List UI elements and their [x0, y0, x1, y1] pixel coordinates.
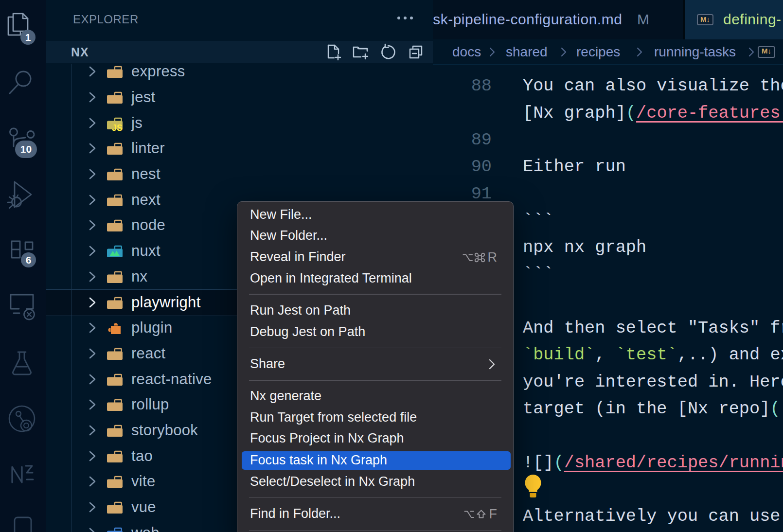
svg-text:JS: JS [112, 123, 123, 133]
